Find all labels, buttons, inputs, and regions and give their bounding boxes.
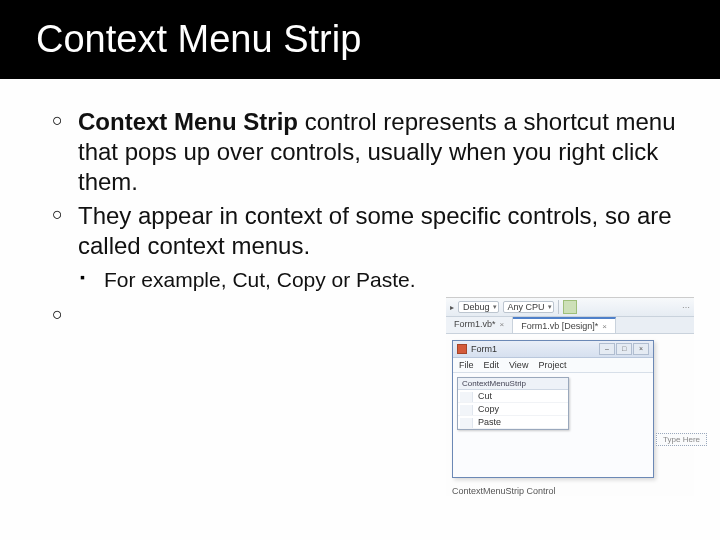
ctx-item-copy: Copy — [458, 403, 568, 416]
screenshot-caption: ContextMenuStrip Control — [452, 486, 688, 496]
bullet-2: They appear in context of some specific … — [56, 201, 676, 261]
toolbar-config-dropdown: Debug — [458, 301, 499, 313]
form-window: Form1 – □ × File Edit View Project Conte… — [452, 340, 654, 478]
bullet-1-bold: Context Menu Strip — [78, 108, 298, 135]
toolbar-overflow-icon: ⋯ — [682, 303, 690, 312]
form-title-text: Form1 — [471, 344, 497, 354]
type-here-placeholder: Type Here — [656, 433, 707, 446]
menu-edit: Edit — [484, 360, 500, 370]
close-icon: × — [633, 343, 649, 355]
menu-file: File — [459, 360, 474, 370]
toolbar-separator — [558, 300, 559, 314]
tab-formvb-label: Form1.vb* — [454, 319, 496, 329]
maximize-icon: □ — [616, 343, 632, 355]
ctx-header: ContextMenuStrip — [458, 378, 568, 390]
ctx-item-paste: Paste — [458, 416, 568, 429]
close-icon: × — [602, 322, 607, 331]
toolbar-platform-dropdown: Any CPU — [503, 301, 554, 313]
form-icon — [457, 344, 467, 354]
menu-project: Project — [538, 360, 566, 370]
toolbar-icon — [563, 300, 577, 314]
vs-tabs: Form1.vb*× Form1.vb [Design]*× — [446, 317, 694, 334]
ctx-item-cut: Cut — [458, 390, 568, 403]
menu-view: View — [509, 360, 528, 370]
tab-designer-label: Form1.vb [Design]* — [521, 321, 598, 331]
sub-bullet-1: For example, Cut, Copy or Paste. — [56, 267, 676, 293]
slide-title: Context Menu Strip — [0, 0, 720, 79]
context-menu-strip: ContextMenuStrip Cut Copy Paste — [457, 377, 569, 430]
form-body: ContextMenuStrip Cut Copy Paste Type Her… — [453, 373, 653, 477]
embedded-screenshot: ▸ Debug Any CPU ⋯ Form1.vb*× Form1.vb [D… — [446, 297, 694, 496]
minimize-icon: – — [599, 343, 615, 355]
close-icon: × — [500, 320, 505, 329]
form-titlebar: Form1 – □ × — [453, 341, 653, 358]
designer-canvas: Form1 – □ × File Edit View Project Conte… — [446, 334, 694, 496]
bullet-1: Context Menu Strip control represents a … — [56, 107, 676, 197]
window-buttons: – □ × — [599, 343, 649, 355]
vs-toolbar: ▸ Debug Any CPU ⋯ — [446, 298, 694, 317]
slide: Context Menu Strip Context Menu Strip co… — [0, 0, 720, 540]
tab-designer: Form1.vb [Design]*× — [513, 317, 616, 333]
form-menubar: File Edit View Project — [453, 358, 653, 373]
tab-formvb: Form1.vb*× — [446, 317, 513, 333]
toolbar-play-icon: ▸ — [450, 303, 454, 312]
slide-content: Context Menu Strip control represents a … — [0, 79, 720, 331]
